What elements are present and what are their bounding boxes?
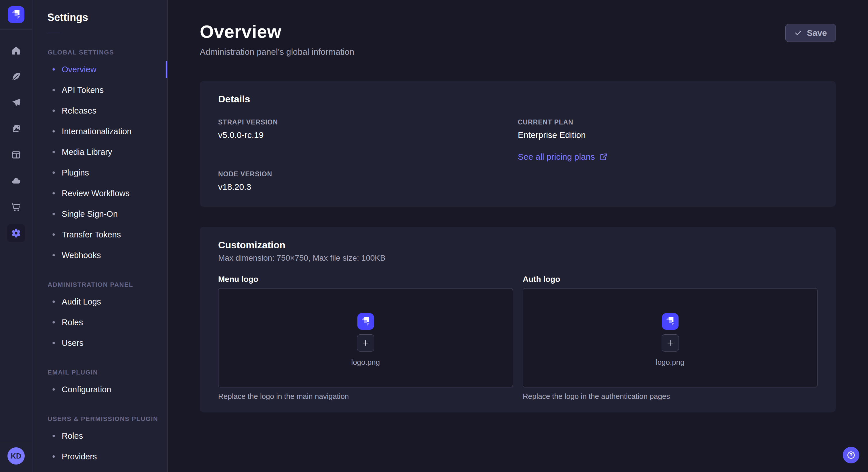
bullet-icon [53,130,55,133]
customization-subtitle: Max dimension: 750×750, Max file size: 1… [218,254,817,263]
subnav-item-single-sign-on[interactable]: Single Sign-On [32,204,167,224]
page-header: Overview Administration panel’s global i… [200,0,836,57]
bullet-icon [53,456,55,458]
menu-logo-preview [358,313,374,330]
bullet-icon [53,254,55,256]
settings-subnav: Settings GLOBAL SETTINGS Overview API To… [32,0,167,472]
pricing-plans-link[interactable]: See all pricing plans [518,152,608,162]
details-title: Details [218,94,817,105]
email-plugin-list: Configuration [32,379,167,400]
details-card: Details STRAPI VERSION v5.0.0-rc.19 NODE… [200,81,836,207]
bullet-icon [53,192,55,194]
subnav-item-review-workflows[interactable]: Review Workflows [32,183,167,204]
current-plan-field: CURRENT PLAN Enterprise Edition [518,119,817,140]
bullet-icon [53,151,55,153]
menu-logo-label: Menu logo [218,275,513,284]
subnav-item-admin-users[interactable]: Users [32,333,167,353]
feather-content-icon[interactable] [8,69,24,85]
subnav-title: Settings [48,11,167,24]
details-left-column: STRAPI VERSION v5.0.0-rc.19 NODE VERSION… [218,119,518,192]
global-settings-list: Overview API Tokens Releases Internation… [32,59,167,266]
home-icon[interactable] [8,42,24,59]
subnav-item-email-configuration[interactable]: Configuration [32,379,167,400]
menu-logo-filename: logo.png [351,358,380,367]
subnav-item-webhooks[interactable]: Webhooks [32,245,167,266]
strapi-logo-icon [665,315,675,328]
bullet-icon [53,233,55,236]
rail-icon-list [7,30,25,242]
bullet-icon [53,89,55,91]
details-right-column: CURRENT PLAN Enterprise Edition See all … [518,119,817,192]
subnav-item-admin-roles[interactable]: Roles [32,312,167,333]
strapi-version-field: STRAPI VERSION v5.0.0-rc.19 [218,119,518,140]
details-grid: STRAPI VERSION v5.0.0-rc.19 NODE VERSION… [218,119,817,192]
paper-plane-icon[interactable] [8,95,24,111]
logo-upload-grid: Menu logo logo.png Replace the logo in t… [218,275,817,401]
help-button[interactable] [843,447,859,463]
plus-icon [361,339,370,347]
menu-logo-add-button[interactable] [357,334,374,351]
node-version-field: NODE VERSION v18.20.3 [218,170,518,192]
help-question-icon [846,450,856,460]
bullet-icon [53,435,55,437]
subnav-divider [48,33,61,33]
section-administration-panel: ADMINISTRATION PANEL [48,281,167,289]
auth-logo-caption: Replace the logo in the authentication p… [523,392,817,401]
main-nav-rail: KD [0,0,32,472]
strapi-logo-icon [11,8,22,21]
cloud-icon[interactable] [8,173,24,189]
page-title: Overview [200,21,354,42]
save-button[interactable]: Save [785,24,836,42]
content-layout-icon[interactable] [8,147,24,163]
main-content: Overview Administration panel’s global i… [167,0,868,472]
settings-gear-icon[interactable] [7,224,25,242]
subnav-item-releases[interactable]: Releases [32,100,167,121]
administration-panel-list: Audit Logs Roles Users [32,291,167,353]
auth-logo-add-button[interactable] [662,334,679,351]
subnav-item-plugins[interactable]: Plugins [32,162,167,183]
auth-logo-preview [662,313,679,330]
menu-logo-caption: Replace the logo in the main navigation [218,392,513,401]
section-users-permissions-plugin: USERS & PERMISSIONS PLUGIN [48,415,167,423]
bullet-icon [53,321,55,324]
strapi-admin-settings-page: KD Settings GLOBAL SETTINGS Overview API… [0,0,868,472]
subnav-item-audit-logs[interactable]: Audit Logs [32,291,167,312]
auth-logo-filename: logo.png [656,358,685,367]
customization-title: Customization [218,239,817,250]
bullet-icon [53,68,55,71]
plus-icon [666,339,675,347]
subnav-item-up-providers[interactable]: Providers [32,446,167,467]
media-library-icon[interactable] [8,121,24,137]
subnav-item-internationalization[interactable]: Internationalization [32,121,167,142]
subnav-item-transfer-tokens[interactable]: Transfer Tokens [32,224,167,245]
page-subtitle: Administration panel’s global informatio… [200,47,354,57]
users-permissions-list: Roles Providers [32,426,167,467]
section-email-plugin: EMAIL PLUGIN [48,369,167,376]
menu-logo-dropzone[interactable]: logo.png [218,288,513,387]
auth-logo-label: Auth logo [523,275,817,284]
bullet-icon [53,301,55,303]
auth-logo-block: Auth logo logo.png Replace the logo in t… [523,275,817,401]
user-avatar[interactable]: KD [7,447,25,465]
marketplace-cart-icon[interactable] [8,199,24,215]
strapi-logo-icon [361,315,371,328]
auth-logo-dropzone[interactable]: logo.png [523,288,817,387]
bullet-icon [53,171,55,174]
subnav-item-api-tokens[interactable]: API Tokens [32,80,167,100]
active-indicator [166,61,167,78]
bullet-icon [53,109,55,112]
subnav-item-overview[interactable]: Overview [32,59,167,80]
rail-bottom: KD [0,441,32,472]
subnav-item-up-roles[interactable]: Roles [32,426,167,446]
checkmark-icon [794,29,802,37]
section-global-settings: GLOBAL SETTINGS [48,49,167,56]
bullet-icon [53,213,55,215]
subnav-item-media-library[interactable]: Media Library [32,142,167,162]
menu-logo-block: Menu logo logo.png Replace the logo in t… [218,275,513,401]
page-title-block: Overview Administration panel’s global i… [200,21,354,57]
bullet-icon [53,388,55,391]
bullet-icon [53,342,55,344]
external-link-icon [600,153,608,161]
strapi-logo[interactable] [8,6,24,23]
customization-card: Customization Max dimension: 750×750, Ma… [200,227,836,412]
